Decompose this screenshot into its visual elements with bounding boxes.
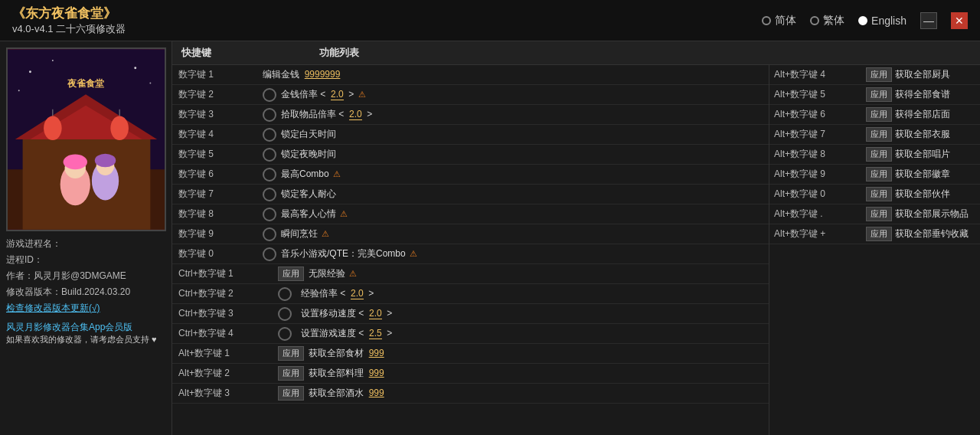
toggle-btn[interactable] [278, 287, 292, 301]
warn-icon: ⚠ [358, 90, 366, 99]
apply-button[interactable]: 应用 [866, 167, 892, 182]
table-row: Alt+数字键 5 应用 获得全部食谱 [769, 85, 980, 105]
lang-simp-label: 简体 [775, 14, 796, 28]
table-row: 数字键 0 音乐小游戏/QTE：完美Combo ⚠ [172, 244, 769, 264]
exp-mult-value: 2.0 [351, 288, 364, 299]
right-panel: 快捷键 功能列表 数字键 1 编辑金钱 9999999 数字键 2 金钱倍率 <… [172, 41, 980, 435]
svg-point-18 [149, 82, 151, 83]
shortcut-key: Alt+数字键 0 [774, 188, 866, 201]
shortcut-key: 数字键 7 [178, 188, 263, 201]
cheat-label: 获取全部垂钓收藏 [895, 227, 969, 240]
shortcut-key: 数字键 3 [178, 108, 263, 121]
toggle-btn[interactable] [263, 247, 276, 261]
table-row: Alt+数字键 + 应用 获取全部垂钓收藏 [769, 224, 980, 244]
apply-button[interactable]: 应用 [278, 267, 304, 281]
shortcut-key: Ctrl+数字键 3 [178, 307, 278, 320]
toggle-btn[interactable] [278, 327, 292, 341]
apply-button[interactable]: 应用 [866, 87, 892, 102]
table-row: 数字键 4 锁定白天时间 [172, 125, 769, 145]
apply-button[interactable]: 应用 [278, 386, 304, 401]
table-row: 数字键 5 锁定夜晚时间 [172, 145, 769, 165]
title-right: 简体 繁体 English — ✕ [762, 12, 968, 29]
section-header: 快捷键 功能列表 [172, 41, 980, 65]
apply-button[interactable]: 应用 [278, 366, 304, 381]
table-row: Ctrl+数字键 4 设置游戏速度 < 2.5 > [172, 324, 769, 344]
apply-button[interactable]: 应用 [866, 227, 892, 241]
cheat-label: 获取全部料理 999 [309, 367, 763, 380]
title-bar: 《东方夜雀食堂》 v4.0-v4.1 二十六项修改器 简体 繁体 English… [0, 0, 980, 41]
shortcut-key: Ctrl+数字键 4 [178, 327, 278, 340]
cheat-label: 最高客人心情 ⚠ [281, 208, 763, 221]
cheat-label: 获取全部唱片 [895, 148, 950, 161]
header-function: 功能列表 [319, 46, 971, 60]
lang-trad[interactable]: 繁体 [810, 14, 844, 28]
cheat-label: 设置移动速度 < 2.0 > [301, 307, 763, 320]
promo-title[interactable]: 风灵月影修改器合集App会员版 [6, 321, 165, 334]
shortcut-key: 数字键 2 [178, 88, 263, 101]
shortcut-key: 数字键 4 [178, 128, 263, 141]
table-row: Alt+数字键 3 应用 获取全部酒水 999 [172, 384, 769, 404]
table-row: 数字键 7 锁定客人耐心 [172, 185, 769, 204]
shortcut-key: Alt+数字键 + [774, 227, 866, 240]
shortcut-key: Alt+数字键 5 [774, 88, 866, 101]
svg-point-11 [64, 155, 87, 170]
lang-english[interactable]: English [858, 15, 906, 27]
table-row: 数字键 6 最高Combo ⚠ [172, 165, 769, 185]
drink-value: 999 [369, 388, 384, 398]
main-layout: 夜雀食堂 游戏进程名： 进程ID： 作者：风灵月影@3DMGAME 修改器版本：… [0, 41, 980, 435]
svg-text:夜雀食堂: 夜雀食堂 [67, 78, 105, 89]
table-row: 数字键 1 编辑金钱 9999999 [172, 65, 769, 85]
shortcut-key: 数字键 5 [178, 148, 263, 161]
cheat-label: 获取全部伙伴 [895, 188, 950, 201]
table-row: Alt+数字键 2 应用 获取全部料理 999 [172, 364, 769, 384]
cheat-label: 获取全部展示物品 [895, 208, 969, 221]
warn-icon: ⚠ [340, 209, 348, 218]
toggle-btn[interactable] [263, 188, 276, 201]
lang-simp[interactable]: 简体 [762, 14, 796, 28]
svg-point-19 [18, 90, 20, 91]
toggle-btn[interactable] [263, 128, 276, 142]
mult-value: 2.0 [331, 89, 344, 100]
toggle-btn[interactable] [263, 208, 276, 221]
cheat-label: 音乐小游戏/QTE：完美Combo ⚠ [281, 247, 763, 260]
check-update-link[interactable]: 检查修改器版本更新(√) [6, 302, 165, 315]
shortcut-key: Alt+数字键 1 [178, 347, 278, 360]
shortcut-key: Alt+数字键 9 [774, 168, 866, 181]
cheat-label: 获取全部食材 999 [309, 347, 763, 360]
shortcut-key: Ctrl+数字键 2 [178, 287, 278, 300]
toggle-btn[interactable] [263, 108, 276, 122]
apply-button[interactable]: 应用 [866, 67, 892, 82]
shortcut-key: Alt+数字键 3 [178, 387, 278, 400]
apply-button[interactable]: 应用 [866, 147, 892, 162]
toggle-btn[interactable] [263, 227, 276, 241]
close-button[interactable]: ✕ [951, 12, 968, 29]
lang-trad-label: 繁体 [823, 14, 844, 28]
apply-button[interactable]: 应用 [278, 346, 304, 361]
svg-point-14 [95, 154, 116, 168]
toggle-btn[interactable] [263, 88, 276, 102]
shortcut-key: Alt+数字键 6 [774, 108, 866, 121]
table-row: Ctrl+数字键 2 经验倍率 < 2.0 > [172, 284, 769, 304]
cheat-label: 瞬间烹饪 ⚠ [281, 227, 763, 240]
pickup-mult-value: 2.0 [349, 109, 362, 120]
svg-point-6 [110, 116, 129, 140]
shortcut-key: 数字键 0 [178, 247, 263, 260]
table-row: 数字键 8 最高客人心情 ⚠ [172, 204, 769, 224]
process-name-label: 游戏进程名： [6, 237, 165, 250]
toggle-btn[interactable] [263, 148, 276, 162]
apply-button[interactable]: 应用 [866, 187, 892, 201]
apply-button[interactable]: 应用 [866, 107, 892, 122]
toggle-btn[interactable] [278, 307, 292, 321]
shortcut-key: 数字键 6 [178, 168, 263, 181]
cheat-label: 设置游戏速度 < 2.5 > [301, 327, 763, 340]
minimize-button[interactable]: — [920, 12, 937, 29]
apply-button[interactable]: 应用 [866, 127, 892, 142]
shortcut-key: Alt+数字键 7 [774, 128, 866, 141]
svg-point-16 [52, 60, 54, 61]
cheat-label: 锁定夜晚时间 [281, 148, 763, 161]
cheat-label: 经验倍率 < 2.0 > [301, 287, 763, 300]
toggle-btn[interactable] [263, 168, 276, 182]
shortcut-key: Alt+数字键 8 [774, 148, 866, 161]
warn-icon: ⚠ [333, 169, 341, 178]
apply-button[interactable]: 应用 [866, 207, 892, 221]
